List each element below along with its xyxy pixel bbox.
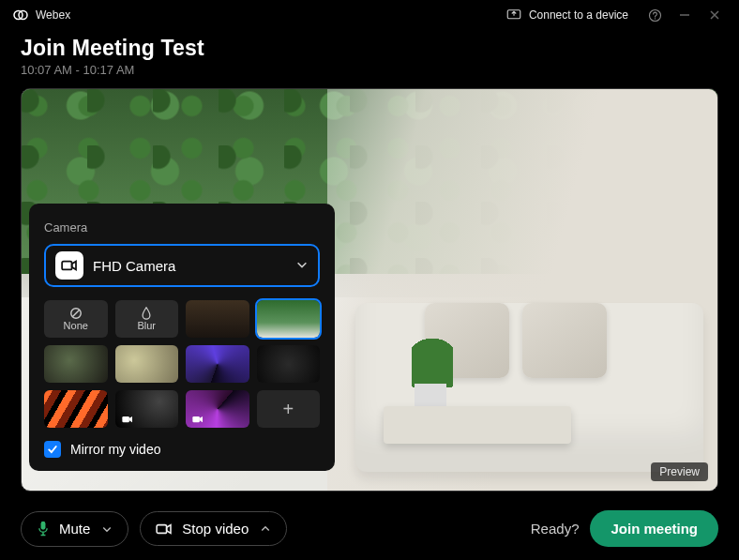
preview-bg-pillow <box>522 303 607 378</box>
bg-option-trees[interactable] <box>257 300 321 338</box>
bg-option-dark[interactable] <box>257 345 321 383</box>
bg-option-blur[interactable]: Blur <box>115 300 179 338</box>
svg-rect-6 <box>62 262 72 270</box>
mute-label: Mute <box>59 521 90 537</box>
camera-selected-name: FHD Camera <box>93 258 286 274</box>
camera-selector[interactable]: FHD Camera <box>44 244 320 287</box>
bg-option-room[interactable] <box>186 300 249 338</box>
checkmark-icon <box>47 444 58 455</box>
video-preview: Camera FHD Camera None Blur <box>21 88 718 492</box>
mirror-label: Mirror my video <box>70 442 160 457</box>
bg-option-swirl-blue[interactable] <box>186 345 249 383</box>
microphone-icon <box>37 521 50 537</box>
preview-bg-table <box>384 406 571 444</box>
svg-point-3 <box>649 9 660 21</box>
connect-device-label: Connect to a device <box>529 8 628 22</box>
mirror-checkbox[interactable] <box>44 441 61 458</box>
background-grid: None Blur + <box>44 300 320 428</box>
mute-button[interactable]: Mute <box>21 511 128 547</box>
camera-icon <box>121 415 134 424</box>
mirror-video-row[interactable]: Mirror my video <box>44 441 320 458</box>
stop-video-button[interactable]: Stop video <box>140 511 287 546</box>
camera-settings-panel: Camera FHD Camera None Blur <box>29 204 335 471</box>
bg-option-soft[interactable] <box>44 345 108 383</box>
bg-option-video-swirl[interactable] <box>186 390 249 428</box>
bg-blur-label: Blur <box>137 320 156 331</box>
svg-line-8 <box>72 310 79 317</box>
bg-option-orange[interactable] <box>44 390 108 428</box>
chevron-up-icon[interactable] <box>260 523 271 535</box>
screen-share-icon <box>506 9 521 21</box>
meeting-title: Join Meeting Test <box>21 36 718 61</box>
bg-option-add[interactable]: + <box>257 390 321 428</box>
none-icon <box>69 307 83 320</box>
header: Join Meeting Test 10:07 AM - 10:17 AM <box>0 30 739 77</box>
stop-video-label: Stop video <box>182 521 249 537</box>
blur-icon <box>141 307 152 320</box>
app-title: Webex <box>36 8 70 22</box>
chevron-down-icon <box>295 258 309 274</box>
svg-rect-12 <box>157 524 167 533</box>
svg-rect-11 <box>41 521 46 529</box>
camera-section-label: Camera <box>44 220 320 235</box>
bg-option-video-dark[interactable] <box>115 390 179 428</box>
join-meeting-button[interactable]: Join meeting <box>590 510 718 547</box>
minimize-button[interactable] <box>673 4 696 26</box>
svg-point-4 <box>654 18 655 19</box>
bg-option-none[interactable]: None <box>44 300 108 338</box>
close-button[interactable] <box>703 4 726 26</box>
chevron-down-icon[interactable] <box>101 523 113 535</box>
meeting-time: 10:07 AM - 10:17 AM <box>21 63 718 77</box>
bottom-bar: Mute Stop video Ready? Join meeting <box>21 510 718 547</box>
add-label: + <box>282 399 294 420</box>
connect-device-button[interactable]: Connect to a device <box>499 5 636 25</box>
bg-option-bokeh[interactable] <box>115 345 179 383</box>
preview-badge: Preview <box>651 462 708 481</box>
svg-rect-9 <box>122 416 129 422</box>
svg-rect-10 <box>192 416 200 422</box>
webex-logo-icon <box>13 8 28 23</box>
camera-icon <box>156 522 173 536</box>
help-icon[interactable] <box>643 4 666 26</box>
preview-bg-plant <box>412 335 453 387</box>
ready-label: Ready? <box>531 521 580 537</box>
bg-none-label: None <box>64 320 88 331</box>
titlebar: Webex Connect to a device <box>0 0 739 30</box>
camera-icon <box>55 251 83 280</box>
camera-icon <box>191 415 204 424</box>
